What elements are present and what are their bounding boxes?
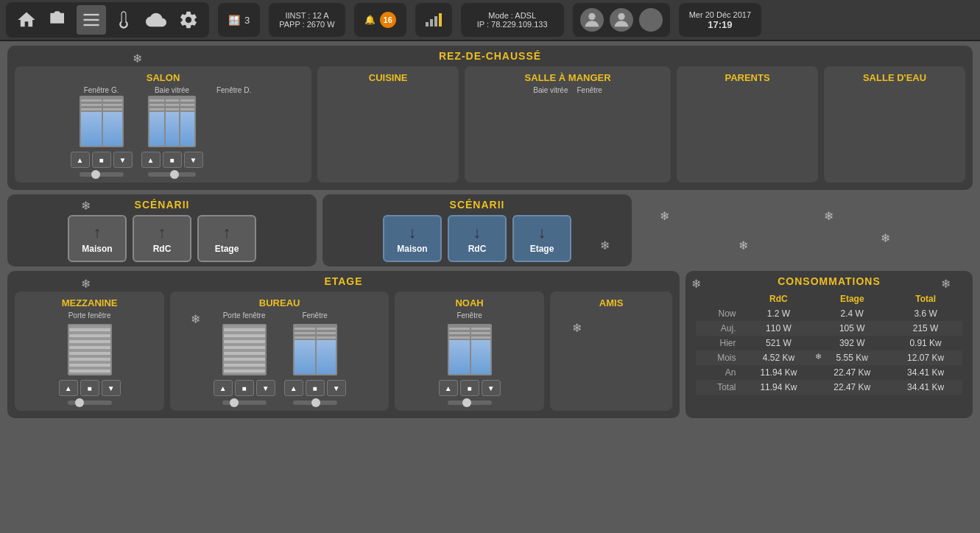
up-btn-mez[interactable]: ▲ xyxy=(59,380,78,396)
bur-porte-slider[interactable] xyxy=(222,400,267,405)
thermometer-button[interactable] xyxy=(109,5,138,35)
noah-slider[interactable] xyxy=(448,400,492,405)
up-btn-noah[interactable]: ▲ xyxy=(439,380,458,396)
down-btn-noah[interactable]: ▼ xyxy=(482,380,501,396)
svg-point-7 xyxy=(647,13,654,20)
conso-label-mois: Mois xyxy=(696,350,742,365)
bur-fen-thumb xyxy=(311,398,320,407)
scenario-down-btns: ↓ Maison ↓ RdC ↓ Etage xyxy=(330,215,624,262)
salle-eau-title: SALLE D'EAU xyxy=(830,72,959,83)
bur-fen-slider[interactable] xyxy=(293,400,337,405)
baie-vitree-slider[interactable] xyxy=(148,172,196,177)
stop-btn-mez[interactable]: ■ xyxy=(80,380,99,396)
fenetre-bur-item: Fenêtre ▲ ■ ▼ xyxy=(284,311,346,405)
porte-fenetre-mez-label: Porte fenêtre xyxy=(68,311,111,320)
top-navigation: 🪟 3 IINST : 12 A PAPP : 2670 W 🔔 16 Mode… xyxy=(0,0,980,41)
date-text: Mer 20 Déc 2017 xyxy=(689,10,751,19)
conso-row-total: Total 11.94 Kw 22.47 Kw 34.41 Kw xyxy=(696,380,962,395)
room-salon: SALON Fenêtre G. ▲ ■ ▼ xyxy=(15,66,311,183)
room-parents: PARENTS xyxy=(677,66,818,183)
shutter-count: 3 xyxy=(244,15,250,26)
stop-btn-bur-fen[interactable]: ■ xyxy=(306,380,325,396)
up-btn-bur-fen[interactable]: ▲ xyxy=(284,380,303,396)
avatar-2[interactable] xyxy=(610,8,633,32)
cloud-button[interactable] xyxy=(141,5,171,35)
scenario-down-etage[interactable]: ↓ Etage xyxy=(512,215,571,262)
roller-mez xyxy=(68,324,112,375)
noah-title: NOAH xyxy=(401,297,538,308)
stop-btn-bur-porte[interactable]: ■ xyxy=(235,380,254,396)
bell-icon: 🔔 xyxy=(364,15,376,25)
porte-fenetre-mez-item: Porte fenêtre ▲ ■ ▼ xyxy=(21,311,158,405)
down-btn-fenetre-g[interactable]: ▼ xyxy=(113,152,133,168)
fenetre-g-label: Fenêtre G. xyxy=(84,86,119,94)
porte-fenetre-bur-item: Porte fenêtre ▲ ■ ▼ xyxy=(214,311,275,405)
salle-manger-title: SALLE À MANGER xyxy=(470,72,665,83)
baie-vitree-slider-row xyxy=(148,172,196,177)
conso-row-auj: Auj. 110 W 105 W 215 W xyxy=(696,321,962,336)
mez-slider[interactable] xyxy=(68,400,112,405)
scenario-up-etage[interactable]: ↑ Etage xyxy=(197,215,256,262)
baie-vitree-thumb xyxy=(170,170,179,179)
up-btn-bur-porte[interactable]: ▲ xyxy=(214,380,233,396)
scenario-up-rdc[interactable]: ↑ RdC xyxy=(133,215,191,262)
down-btn-bur-fen[interactable]: ▼ xyxy=(327,380,346,396)
conso-label-now: Now xyxy=(696,306,742,321)
svg-point-6 xyxy=(618,13,624,20)
room-amis: AMIS ❄ xyxy=(550,292,672,411)
noah-controls: ▲ ■ ▼ xyxy=(439,380,501,396)
scenario-up-btns: ↑ Maison ↑ RdC ↑ Etage xyxy=(15,215,309,262)
network-ip: IP : 78.229.109.133 xyxy=(477,20,548,29)
fenetre-d-placeholder xyxy=(212,96,256,147)
salle-manger-windows: Baie vitrée Fenêtre xyxy=(470,86,665,94)
parents-title: PARENTS xyxy=(683,72,812,83)
stop-btn-noah[interactable]: ■ xyxy=(460,380,479,396)
list-button[interactable] xyxy=(77,5,106,35)
stop-btn-fenetre-g[interactable]: ■ xyxy=(92,152,111,168)
snowflake: ❄ xyxy=(824,209,833,223)
bur-porte-thumb xyxy=(230,398,239,407)
scenario-down-maison[interactable]: ↓ Maison xyxy=(383,215,442,262)
settings-button[interactable] xyxy=(174,5,203,35)
up-btn-baie[interactable]: ▲ xyxy=(141,152,161,168)
snowflake: ❄ xyxy=(660,209,669,223)
room-bureau: BUREAU ❄ Porte fenêtre ▲ ■ ▼ xyxy=(170,292,389,411)
conso-label-an: An xyxy=(696,365,742,380)
mezzanine-title: MEZZANINE xyxy=(21,297,158,308)
fenetre-g-controls: ▲ ■ ▼ xyxy=(71,152,133,168)
down-btn-mez[interactable]: ▼ xyxy=(102,380,121,396)
avatar-1[interactable] xyxy=(580,8,604,32)
svg-rect-3 xyxy=(84,19,99,21)
avatar-3[interactable] xyxy=(639,8,663,32)
conso-etage-mois: ❄5.55 Kw xyxy=(815,350,889,365)
arrow-up-icon: ↑ xyxy=(158,223,166,242)
stop-btn-baie[interactable]: ■ xyxy=(163,152,182,168)
fenetre-g-item: Fenêtre G. ▲ ■ ▼ xyxy=(71,86,133,177)
fenetre-d-item: Fenêtre D. xyxy=(212,86,256,147)
conso-etage-total: 22.47 Kw xyxy=(815,380,889,395)
up-btn-fenetre-g[interactable]: ▲ xyxy=(71,152,90,168)
notification-panel[interactable]: 🔔 16 xyxy=(354,3,406,37)
camera-button[interactable] xyxy=(44,5,74,35)
conso-label-hier: Hier xyxy=(696,336,742,350)
home-button[interactable] xyxy=(12,5,41,35)
conso-label-auj: Auj. xyxy=(696,321,742,336)
shutter-count-panel: 🪟 3 xyxy=(218,3,260,37)
conso-total-an: 34.41 Kw xyxy=(889,365,962,380)
scenario-down-rdc[interactable]: ↓ RdC xyxy=(448,215,507,262)
conso-row-now: Now 1.2 W 2.4 W 3.6 W xyxy=(696,306,962,321)
scenarios-row: SCÉNARII ❄ ↑ Maison ↑ RdC ↑ Etage SCÉNAR… xyxy=(7,194,973,266)
fenetre-g-slider[interactable] xyxy=(80,172,124,177)
conso-total-auj: 215 W xyxy=(889,321,962,336)
conso-etage-hier: 392 W xyxy=(815,336,889,350)
down-btn-baie[interactable]: ▼ xyxy=(184,152,203,168)
scenario-up-maison[interactable]: ↑ Maison xyxy=(68,215,127,262)
salon-title: SALON xyxy=(21,72,306,83)
fenetre-g-thumb xyxy=(91,170,100,179)
down-btn-bur-porte[interactable]: ▼ xyxy=(256,380,275,396)
power-papp: PAPP : 2670 W xyxy=(279,20,334,29)
porte-fenetre-bur-label: Porte fenêtre xyxy=(223,311,266,320)
conso-total-mois: 12.07 Kw xyxy=(889,350,962,365)
bureau-windows: Porte fenêtre ▲ ■ ▼ xyxy=(176,311,383,405)
scenario-up-title: SCÉNARII xyxy=(15,199,309,211)
